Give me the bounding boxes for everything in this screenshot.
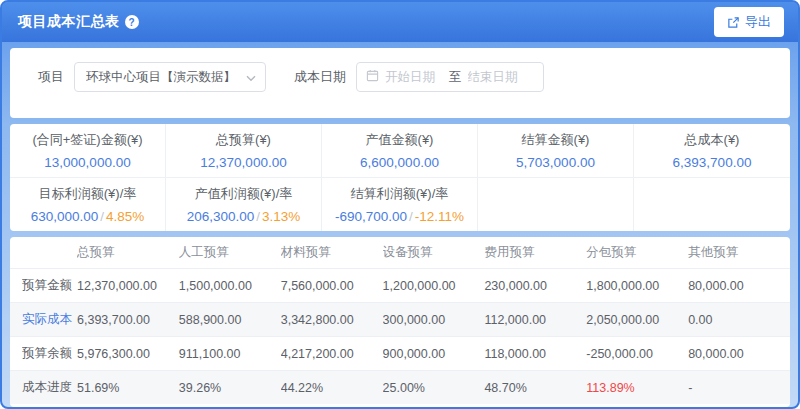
table-cell: 900,000.00 xyxy=(383,347,485,361)
summary-profit-value: 630,000.00/4.85% xyxy=(31,209,145,224)
export-button-label: 导出 xyxy=(745,13,771,31)
filter-card: 项目 环球中心项目【演示数据】 成本日期 至 xyxy=(10,48,790,118)
table-cell: 44.22% xyxy=(281,381,383,395)
table-cell: 1,800,000.00 xyxy=(586,279,688,293)
row-label: 成本进度 xyxy=(22,379,77,396)
table-cell: 230,000.00 xyxy=(484,279,586,293)
top-header-bar: 项目成本汇总表 ? 导出 xyxy=(2,2,798,42)
table-cell: 300,000.00 xyxy=(383,313,485,327)
table-cell: 39.26% xyxy=(179,381,281,395)
table-cell: 1,500,000.00 xyxy=(179,279,281,293)
table-cell: 1,200,000.00 xyxy=(383,279,485,293)
table-cell: 118,000.00 xyxy=(484,347,586,361)
table-header-subcontract-budget: 分包预算 xyxy=(586,244,688,261)
calendar-icon xyxy=(366,68,379,86)
table-cell: -250,000.00 xyxy=(586,347,688,361)
summary-row-profits: 目标利润额(¥)/率 630,000.00/4.85% 产值利润额(¥)/率 2… xyxy=(10,178,790,231)
summary-cell-settlement-amount: 结算金额(¥) 5,703,000.00 xyxy=(478,124,634,177)
table-header-equipment-budget: 设备预算 xyxy=(383,244,485,261)
summary-value: 13,000,000.00 xyxy=(44,155,130,170)
summary-label: (合同+签证)金额(¥) xyxy=(32,131,142,149)
summary-cell-settlement-profit: 结算利润额(¥)/率 -690,700.00/-12.11% xyxy=(322,178,478,231)
table-cell: 6,393,700.00 xyxy=(77,313,179,327)
title-wrap: 项目成本汇总表 ? xyxy=(18,13,139,31)
summary-card: (合同+签证)金额(¥) 13,000,000.00 总预算(¥) 12,370… xyxy=(10,124,790,231)
export-button[interactable]: 导出 xyxy=(714,7,784,37)
date-range-separator: 至 xyxy=(449,69,462,86)
summary-value: 6,600,000.00 xyxy=(360,155,439,170)
summary-cell-output-profit: 产值利润额(¥)/率 206,300.00/3.13% xyxy=(166,178,322,231)
export-icon xyxy=(727,16,740,29)
table-header-material-budget: 材料预算 xyxy=(281,244,383,261)
row-label: 预算余额 xyxy=(22,345,77,362)
content-area: 项目 环球中心项目【演示数据】 成本日期 至 xyxy=(2,42,798,407)
summary-cell-output-amount: 产值金额(¥) 6,600,000.00 xyxy=(322,124,478,177)
table-row-cost-progress: 成本进度 51.69% 39.26% 44.22% 25.00% 48.70% … xyxy=(10,370,790,404)
table-cell: 48.70% xyxy=(484,381,586,395)
table-header-other-budget: 其他预算 xyxy=(688,244,790,261)
summary-cell-empty xyxy=(478,178,634,231)
table-cell: 12,370,000.00 xyxy=(77,279,179,293)
table-header-expense-budget: 费用预算 xyxy=(484,244,586,261)
table-cell: - xyxy=(688,381,790,395)
summary-profit-value: 206,300.00/3.13% xyxy=(187,209,301,224)
summary-label: 结算利润额(¥)/率 xyxy=(351,185,449,203)
page-title: 项目成本汇总表 xyxy=(18,13,120,31)
table-row-budget-amount: 预算金额 12,370,000.00 1,500,000.00 7,560,00… xyxy=(10,268,790,302)
summary-label: 结算金额(¥) xyxy=(522,131,590,149)
summary-cell-total-budget: 总预算(¥) 12,370,000.00 xyxy=(166,124,322,177)
table-cell: 5,976,300.00 xyxy=(77,347,179,361)
summary-label: 产值金额(¥) xyxy=(366,131,434,149)
table-header-labor-budget: 人工预算 xyxy=(179,244,281,261)
chevron-down-icon xyxy=(246,68,256,86)
summary-label: 总预算(¥) xyxy=(216,131,271,149)
table-header-total-budget: 总预算 xyxy=(77,244,179,261)
project-select[interactable]: 环球中心项目【演示数据】 xyxy=(74,62,266,92)
summary-value: 6,393,700.00 xyxy=(673,155,752,170)
end-date-input[interactable] xyxy=(468,70,526,84)
summary-value: 5,703,000.00 xyxy=(516,155,595,170)
summary-value: 12,370,000.00 xyxy=(200,155,286,170)
summary-cell-target-profit: 目标利润额(¥)/率 630,000.00/4.85% xyxy=(10,178,166,231)
date-filter-label: 成本日期 xyxy=(294,62,346,92)
summary-profit-value: -690,700.00/-12.11% xyxy=(335,209,464,224)
start-date-input[interactable] xyxy=(385,70,443,84)
summary-row-amounts: (合同+签证)金额(¥) 13,000,000.00 总预算(¥) 12,370… xyxy=(10,124,790,178)
date-range-picker[interactable]: 至 xyxy=(356,62,544,92)
table-cell: 51.69% xyxy=(77,381,179,395)
table-cell: 2,050,000.00 xyxy=(586,313,688,327)
summary-label: 总成本(¥) xyxy=(685,131,740,149)
table-row-actual-cost: 实际成本 6,393,700.00 588,900.00 3,342,800.0… xyxy=(10,302,790,336)
table-header-row: 总预算 人工预算 材料预算 设备预算 费用预算 分包预算 其他预算 xyxy=(10,237,790,268)
project-select-value: 环球中心项目【演示数据】 xyxy=(86,69,236,86)
table-cell: 3,342,800.00 xyxy=(281,313,383,327)
summary-label: 目标利润额(¥)/率 xyxy=(39,185,137,203)
budget-table-card: 总预算 人工预算 材料预算 设备预算 费用预算 分包预算 其他预算 预算金额 1… xyxy=(10,237,790,407)
table-cell: 588,900.00 xyxy=(179,313,281,327)
table-cell: 80,000.00 xyxy=(688,279,790,293)
help-icon[interactable]: ? xyxy=(125,15,139,29)
table-cell: 7,560,000.00 xyxy=(281,279,383,293)
table-cell: 0.00 xyxy=(688,313,790,327)
table-cell: 112,000.00 xyxy=(484,313,586,327)
summary-cell-contract-amount: (合同+签证)金额(¥) 13,000,000.00 xyxy=(10,124,166,177)
summary-cell-total-cost: 总成本(¥) 6,393,700.00 xyxy=(634,124,790,177)
table-cell-overrun: 113.89% xyxy=(586,381,688,395)
table-cell: 80,000.00 xyxy=(688,347,790,361)
table-row-budget-balance: 预算余额 5,976,300.00 911,100.00 4,217,200.0… xyxy=(10,336,790,370)
table-cell: 4,217,200.00 xyxy=(281,347,383,361)
summary-label: 产值利润额(¥)/率 xyxy=(195,185,293,203)
app-window: 项目成本汇总表 ? 导出 项目 环球中心项目【演示数据】 xyxy=(0,0,800,409)
project-filter-label: 项目 xyxy=(38,62,64,92)
table-cell: 25.00% xyxy=(383,381,485,395)
summary-cell-empty xyxy=(634,178,790,231)
actual-cost-link[interactable]: 实际成本 xyxy=(22,311,77,328)
table-cell: 911,100.00 xyxy=(179,347,281,361)
row-label: 预算金额 xyxy=(22,277,77,294)
